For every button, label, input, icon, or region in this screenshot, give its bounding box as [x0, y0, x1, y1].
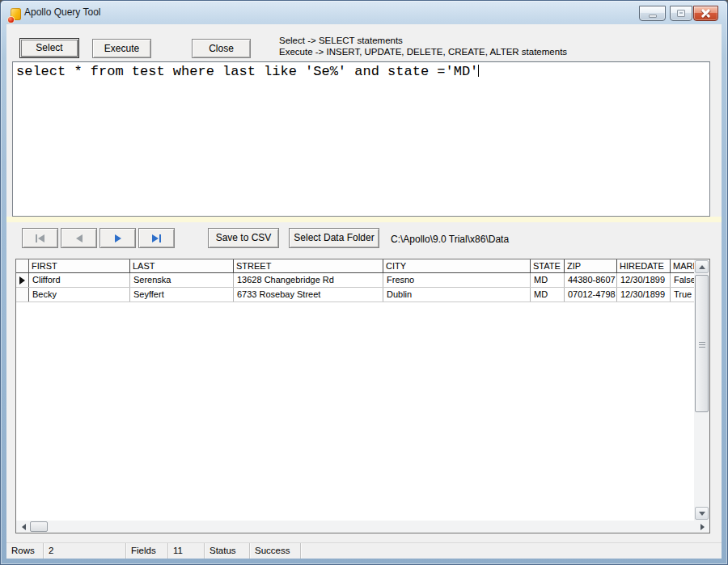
save-to-csv-button[interactable]: Save to CSV [208, 228, 279, 248]
current-row-indicator [16, 273, 29, 287]
first-record-icon-arrow [38, 234, 44, 242]
cell-street[interactable]: 6733 Rosebay Street [234, 288, 383, 301]
execute-button[interactable]: Execute [92, 39, 151, 58]
status-bar: Rows 2 Fields 11 Status Success [6, 542, 722, 559]
last-record-button[interactable] [138, 228, 175, 248]
thumb-grip [699, 344, 705, 345]
thumb-grip [699, 342, 705, 343]
scroll-down-icon [699, 512, 705, 516]
usage-hint: Select -> SELECT statements Execute -> I… [279, 35, 567, 57]
row-selector[interactable] [16, 288, 29, 301]
query-highlight-strip [6, 217, 722, 222]
cell-city[interactable]: Dublin [383, 288, 531, 301]
vertical-scrollbar-thumb[interactable] [695, 275, 709, 412]
prior-record-button[interactable] [61, 228, 97, 248]
scroll-down-button[interactable] [695, 507, 709, 520]
status-label: Status [205, 543, 250, 559]
select-button[interactable]: Select [19, 38, 79, 58]
row-indicator-icon [19, 276, 25, 285]
cell-zip[interactable]: 44380-8607 [565, 273, 617, 287]
title-bar[interactable]: Apollo Query Tool [1, 1, 727, 24]
horizontal-scrollbar[interactable] [16, 521, 709, 533]
scroll-up-button[interactable] [695, 260, 709, 273]
client-area: Select Execute Close Select -> SELECT st… [6, 24, 722, 559]
first-record-button[interactable] [22, 228, 58, 248]
first-record-icon [36, 234, 37, 242]
table-row[interactable]: Clifford Serenska 13628 Changebridge Rd … [16, 273, 694, 288]
cell-city[interactable]: Fresno [383, 273, 531, 287]
cell-married[interactable]: True [671, 288, 694, 301]
rows-value: 2 [44, 543, 126, 559]
column-header-last[interactable]: LAST [130, 259, 234, 272]
usage-hint-line2: Execute -> INSERT, UPDATE, DELETE, CREAT… [279, 46, 567, 57]
scroll-up-icon [699, 265, 705, 269]
cell-last[interactable]: Serenska [130, 273, 234, 287]
cell-street[interactable]: 13628 Changebridge Rd [234, 273, 383, 287]
grid-header-row: FIRST LAST STREET CITY STATE ZIP HIREDAT… [16, 259, 694, 273]
data-folder-path: C:\Apollo\9.0 Trial\x86\Data [391, 234, 509, 245]
vertical-scrollbar[interactable] [694, 259, 709, 521]
cell-last[interactable]: Seyffert [130, 288, 234, 301]
column-header-first[interactable]: FIRST [29, 259, 130, 272]
cell-hiredate[interactable]: 12/30/1899 [617, 288, 671, 301]
maximize-icon [677, 10, 685, 17]
scroll-left-icon [22, 524, 26, 530]
rows-label: Rows [6, 543, 44, 559]
thumb-grip [699, 347, 705, 348]
horizontal-scrollbar-thumb[interactable] [30, 521, 48, 532]
cell-state[interactable]: MD [531, 273, 565, 287]
last-record-icon [152, 234, 159, 242]
column-header-hiredate[interactable]: HIREDATE [617, 259, 671, 272]
scroll-right-button[interactable] [696, 521, 708, 532]
table-row[interactable]: Becky Seyffert 6733 Rosebay Street Dubli… [16, 288, 694, 302]
text-caret [478, 65, 479, 77]
cell-hiredate[interactable]: 12/30/1899 [617, 273, 671, 287]
minimize-button[interactable] [639, 6, 666, 21]
column-header-zip[interactable]: ZIP [565, 259, 617, 272]
cell-zip[interactable]: 07012-4798 [565, 288, 617, 301]
results-grid: FIRST LAST STREET CITY STATE ZIP HIREDAT… [15, 259, 710, 533]
select-data-folder-button[interactable]: Select Data Folder [289, 228, 379, 248]
scroll-left-button[interactable] [18, 521, 29, 532]
prior-record-icon [76, 234, 83, 242]
column-header-street[interactable]: STREET [234, 259, 383, 272]
cell-first[interactable]: Clifford [29, 273, 130, 287]
cell-first[interactable]: Becky [29, 288, 130, 301]
minimize-icon [649, 15, 657, 18]
last-record-icon-bar [159, 234, 161, 242]
app-icon [11, 8, 21, 20]
query-input[interactable]: select * from test where last like 'Se%'… [12, 61, 710, 217]
window-title: Apollo Query Tool [24, 6, 101, 18]
scroll-right-icon [700, 524, 705, 530]
close-icon [701, 9, 710, 18]
next-record-icon [115, 234, 121, 242]
column-header-married[interactable]: MARRIED [671, 259, 694, 272]
column-header-state[interactable]: STATE [531, 259, 565, 272]
query-text: select * from test where last like 'Se%'… [16, 64, 478, 79]
status-empty-panel [301, 543, 722, 559]
maximize-button[interactable] [670, 6, 692, 21]
cell-state[interactable]: MD [531, 288, 565, 301]
next-record-button[interactable] [99, 228, 136, 248]
close-button[interactable]: Close [192, 39, 251, 58]
cell-married[interactable]: False [671, 273, 694, 287]
grid-selector-header [16, 259, 29, 272]
fields-value: 11 [168, 543, 205, 559]
column-header-city[interactable]: CITY [383, 259, 531, 272]
usage-hint-line1: Select -> SELECT statements [279, 35, 567, 46]
app-window: Apollo Query Tool Select Execute Close S… [0, 0, 728, 565]
fields-label: Fields [126, 543, 168, 559]
close-window-button[interactable] [693, 6, 718, 21]
status-value: Success [250, 543, 301, 559]
